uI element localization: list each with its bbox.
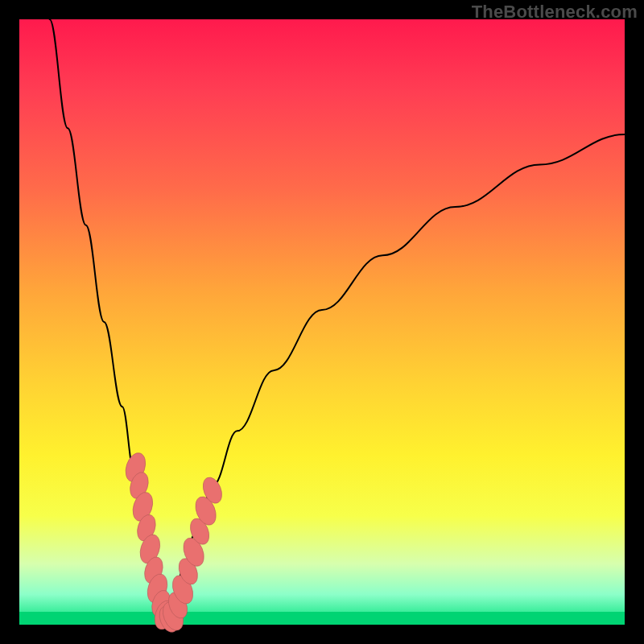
chart-svg [19, 19, 625, 625]
curve-group [50, 19, 625, 625]
curve-right-branch [167, 134, 625, 625]
marker-group [122, 450, 225, 634]
